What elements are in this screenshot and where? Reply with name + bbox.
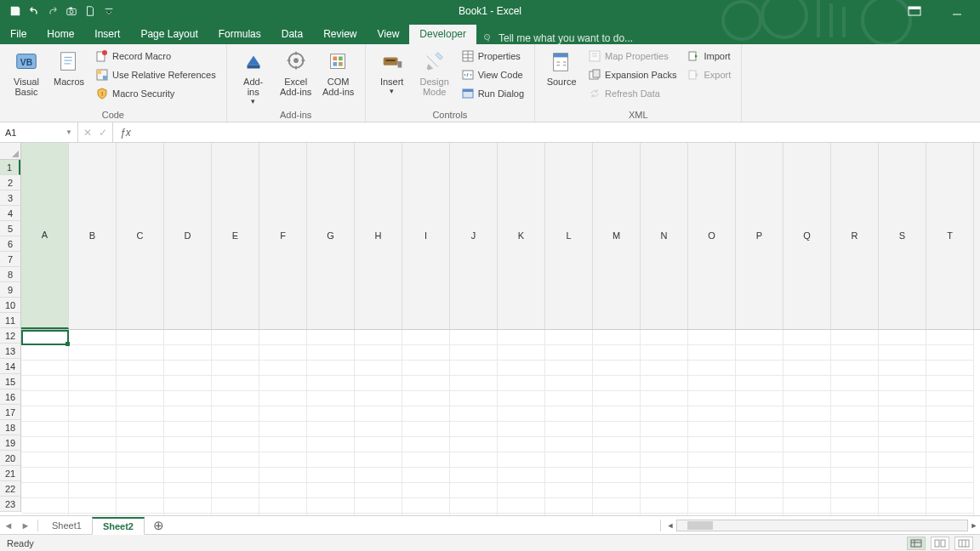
cell[interactable] <box>21 345 69 361</box>
cell[interactable] <box>688 330 736 345</box>
cell[interactable] <box>69 468 117 483</box>
cell[interactable] <box>641 345 688 361</box>
cell[interactable] <box>69 406 117 422</box>
cell[interactable] <box>21 468 69 483</box>
cell[interactable] <box>498 391 545 406</box>
cell[interactable] <box>307 422 355 437</box>
row-header[interactable]: 9 <box>0 282 20 298</box>
cell[interactable] <box>307 498 355 514</box>
column-header[interactable]: A <box>21 143 69 329</box>
name-box[interactable]: A1▼ <box>0 122 78 142</box>
new-file-icon[interactable] <box>83 4 97 18</box>
cell[interactable] <box>783 468 831 483</box>
row-header[interactable]: 19 <box>0 435 20 451</box>
cell[interactable] <box>688 345 736 361</box>
cell[interactable] <box>212 422 259 437</box>
cell[interactable] <box>831 345 879 361</box>
cell[interactable] <box>402 376 450 391</box>
horizontal-scrollbar[interactable]: ◄ ► <box>657 520 980 531</box>
page-break-view-icon[interactable] <box>954 537 973 550</box>
cell[interactable] <box>259 483 307 498</box>
cell[interactable] <box>259 330 307 345</box>
cell[interactable] <box>498 452 545 468</box>
row-header[interactable]: 22 <box>0 481 20 497</box>
cell[interactable] <box>21 452 69 468</box>
cell[interactable] <box>831 406 879 422</box>
new-sheet-button[interactable]: ⊕ <box>150 516 168 535</box>
cell[interactable] <box>783 406 831 422</box>
use-relative-references-button[interactable]: Use Relative References <box>92 66 219 83</box>
cell[interactable] <box>545 422 593 437</box>
cell[interactable] <box>879 452 926 468</box>
row-header[interactable]: 1 <box>0 160 20 175</box>
cell[interactable] <box>926 361 974 376</box>
tab-data[interactable]: Data <box>271 25 313 44</box>
cell[interactable] <box>926 422 974 437</box>
tab-developer[interactable]: Developer <box>409 25 476 44</box>
cell[interactable] <box>593 361 641 376</box>
cell[interactable] <box>593 483 641 498</box>
cell[interactable] <box>736 468 783 483</box>
customize-qat-icon[interactable] <box>102 4 116 18</box>
column-header[interactable]: N <box>641 143 688 329</box>
cell[interactable] <box>879 437 926 452</box>
column-header[interactable]: T <box>926 143 974 329</box>
cell[interactable] <box>307 330 355 345</box>
normal-view-icon[interactable] <box>907 537 926 550</box>
cell[interactable] <box>355 498 402 514</box>
design-mode-button[interactable]: Design Mode <box>415 48 454 97</box>
cell[interactable] <box>641 376 688 391</box>
cell[interactable] <box>117 452 164 468</box>
cell[interactable] <box>355 345 402 361</box>
cell[interactable] <box>593 437 641 452</box>
cell[interactable] <box>307 376 355 391</box>
cell[interactable] <box>879 391 926 406</box>
row-header[interactable]: 7 <box>0 252 20 267</box>
cell[interactable] <box>736 361 783 376</box>
cell[interactable] <box>879 468 926 483</box>
tab-file[interactable]: File <box>0 25 37 44</box>
cell[interactable] <box>688 498 736 514</box>
cell[interactable] <box>164 437 212 452</box>
cancel-icon[interactable]: ✕ <box>83 127 92 139</box>
cell[interactable] <box>21 498 69 514</box>
row-header[interactable]: 20 <box>0 451 20 466</box>
cell[interactable] <box>21 330 69 345</box>
properties-button[interactable]: Properties <box>458 48 527 65</box>
column-header[interactable]: D <box>164 143 212 329</box>
cell[interactable] <box>117 483 164 498</box>
cell[interactable] <box>21 437 69 452</box>
cell[interactable] <box>545 468 593 483</box>
cell[interactable] <box>450 468 498 483</box>
cell[interactable] <box>69 345 117 361</box>
row-header[interactable]: 4 <box>0 206 20 221</box>
cell[interactable] <box>831 391 879 406</box>
cell[interactable] <box>736 422 783 437</box>
cell[interactable] <box>545 406 593 422</box>
cell[interactable] <box>545 498 593 514</box>
record-macro-button[interactable]: Record Macro <box>92 48 219 65</box>
cell[interactable] <box>688 376 736 391</box>
cell[interactable] <box>450 345 498 361</box>
cell[interactable] <box>783 376 831 391</box>
cell[interactable] <box>212 345 259 361</box>
cell[interactable] <box>307 406 355 422</box>
camera-icon[interactable] <box>65 4 78 18</box>
macros-button[interactable]: Macros <box>49 48 88 87</box>
cell[interactable] <box>498 376 545 391</box>
cell[interactable] <box>402 452 450 468</box>
cell[interactable] <box>879 345 926 361</box>
cell[interactable] <box>307 345 355 361</box>
cell[interactable] <box>164 422 212 437</box>
row-header[interactable]: 6 <box>0 236 20 252</box>
cell[interactable] <box>259 345 307 361</box>
cell[interactable] <box>402 498 450 514</box>
import-button[interactable]: Import <box>683 48 734 65</box>
cell[interactable] <box>212 483 259 498</box>
column-header[interactable]: K <box>498 143 545 329</box>
cell[interactable] <box>736 452 783 468</box>
cell[interactable] <box>831 437 879 452</box>
cell[interactable] <box>164 361 212 376</box>
cell[interactable] <box>21 361 69 376</box>
cell[interactable] <box>164 406 212 422</box>
